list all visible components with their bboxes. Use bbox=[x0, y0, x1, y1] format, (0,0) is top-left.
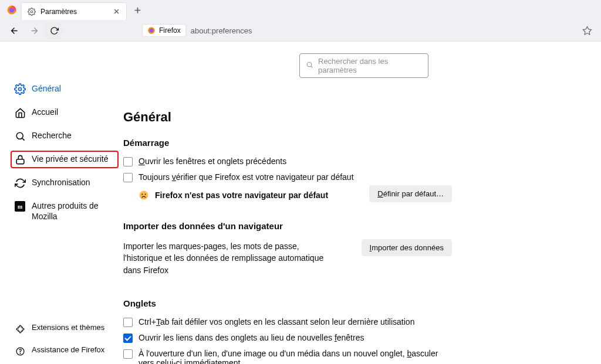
nav-label: Autres produits de Mozilla bbox=[32, 200, 115, 222]
checkbox-switch-new[interactable]: À l'ouverture d'un lien, d'une image ou … bbox=[123, 346, 452, 364]
forward-button[interactable] bbox=[26, 22, 42, 39]
nav-general[interactable]: Général bbox=[11, 80, 119, 98]
nav-label: Synchronisation bbox=[32, 177, 90, 188]
nav-label: Extensions et thèmes bbox=[32, 323, 104, 333]
section-tabs: Onglets bbox=[123, 298, 452, 308]
mozilla-icon: m bbox=[14, 200, 26, 212]
identity-label: Firefox bbox=[159, 26, 181, 35]
checkbox-label: Ctrl+Tab fait défiler vos onglets en les… bbox=[139, 317, 414, 326]
back-button[interactable] bbox=[6, 22, 22, 39]
checkbox[interactable] bbox=[123, 157, 133, 166]
checkbox-restore-previous[interactable]: Ouvrir les fenêtres et onglets précédent… bbox=[123, 154, 452, 169]
nav-privacy[interactable]: Vie privée et sécurité bbox=[11, 151, 119, 168]
checkbox-ctrltab[interactable]: Ctrl+Tab fait défiler vos onglets en les… bbox=[123, 314, 452, 330]
url-text[interactable]: about:preferences bbox=[191, 26, 252, 35]
firefox-icon bbox=[147, 26, 156, 35]
puzzle-icon bbox=[14, 323, 26, 335]
checkbox-label: Ouvrir les fenêtres et onglets précédent… bbox=[139, 157, 286, 166]
import-button[interactable]: Importer des données bbox=[362, 239, 452, 256]
svg-point-4 bbox=[150, 29, 154, 33]
nav-home[interactable]: Accueil bbox=[11, 104, 119, 121]
svg-point-15 bbox=[145, 193, 146, 195]
gear-icon bbox=[14, 83, 26, 95]
checkbox-check-default[interactable]: Toujours vérifier que Firefox est votre … bbox=[123, 169, 452, 185]
checkbox[interactable] bbox=[123, 318, 133, 327]
firefox-logo bbox=[5, 3, 19, 17]
checkbox-open-in-tabs[interactable]: Ouvrir les liens dans des onglets au lie… bbox=[123, 330, 452, 346]
nav-label: Vie privée et sécurité bbox=[32, 154, 108, 164]
checkbox[interactable] bbox=[123, 173, 133, 182]
identity-chip[interactable]: Firefox bbox=[142, 24, 186, 37]
checkbox-label: Ouvrir les liens dans des onglets au lie… bbox=[139, 333, 364, 342]
search-icon bbox=[306, 61, 313, 70]
nav-extensions[interactable]: Extensions et thèmes bbox=[11, 320, 119, 338]
tab-title: Paramètres bbox=[40, 8, 107, 16]
not-default-text: Firefox n'est pas votre navigateur par d… bbox=[155, 190, 328, 200]
bookmark-star-icon[interactable] bbox=[579, 22, 595, 39]
section-startup: Démarrage bbox=[123, 138, 452, 148]
svg-rect-7 bbox=[16, 159, 24, 164]
nav-label: Assistance de Firefox bbox=[32, 345, 104, 355]
section-import: Importer des données d'un navigateur bbox=[123, 221, 452, 231]
svg-point-6 bbox=[16, 132, 23, 139]
sync-icon bbox=[14, 177, 26, 189]
settings-nav: Général Accueil Recherche Vie privée et … bbox=[11, 80, 119, 224]
svg-point-12 bbox=[307, 62, 312, 67]
nav-label: Général bbox=[32, 83, 61, 94]
help-icon bbox=[14, 345, 26, 357]
svg-text:m: m bbox=[18, 203, 23, 210]
nav-label: Recherche bbox=[32, 130, 72, 141]
svg-point-11 bbox=[20, 353, 21, 353]
gear-icon bbox=[28, 8, 36, 16]
settings-search[interactable]: Rechercher dans les paramètres bbox=[299, 53, 428, 78]
import-desc: Importer les marques-pages, les mots de … bbox=[123, 240, 329, 276]
checkbox-label: À l'ouverture d'un lien, d'une image ou … bbox=[139, 349, 452, 364]
nav-support[interactable]: Assistance de Firefox bbox=[11, 342, 119, 360]
svg-point-14 bbox=[141, 193, 143, 195]
checkbox[interactable] bbox=[123, 349, 133, 359]
checkbox[interactable] bbox=[123, 334, 133, 343]
page-title: Général bbox=[123, 110, 452, 125]
nav-label: Accueil bbox=[32, 107, 58, 117]
nav-sync[interactable]: Synchronisation bbox=[11, 174, 119, 192]
lock-icon bbox=[14, 154, 26, 165]
nav-search[interactable]: Recherche bbox=[11, 127, 119, 145]
new-tab-button[interactable] bbox=[129, 2, 146, 18]
browser-tab[interactable]: Paramètres bbox=[21, 2, 127, 20]
nav-more-mozilla[interactable]: m Autres produits de Mozilla bbox=[11, 198, 119, 224]
set-default-button[interactable]: Définir par défaut… bbox=[369, 185, 452, 202]
home-icon bbox=[14, 107, 26, 118]
reload-button[interactable] bbox=[46, 22, 62, 39]
svg-point-13 bbox=[140, 190, 148, 199]
search-icon bbox=[14, 130, 26, 142]
search-placeholder: Rechercher dans les paramètres bbox=[318, 57, 422, 74]
svg-point-2 bbox=[31, 11, 33, 13]
close-icon[interactable] bbox=[112, 8, 120, 16]
svg-point-5 bbox=[19, 88, 22, 91]
checkbox-label: Toujours vérifier que Firefox est votre … bbox=[139, 172, 354, 182]
sad-face-icon bbox=[139, 190, 149, 200]
